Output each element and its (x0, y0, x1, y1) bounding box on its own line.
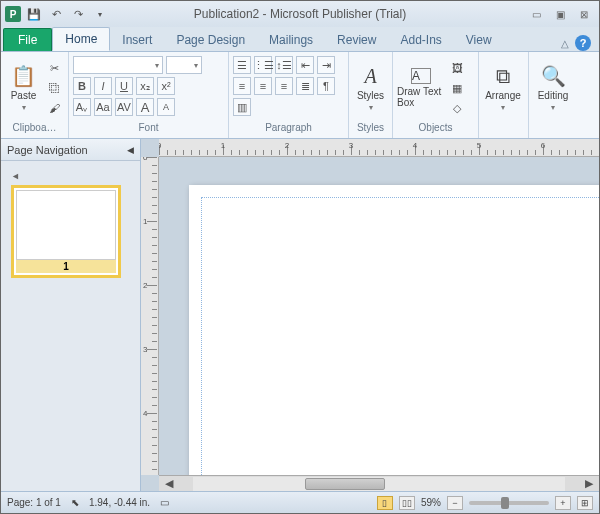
status-page-indicator[interactable]: Page: 1 of 1 (7, 497, 61, 508)
page-thumbnail[interactable]: 1 (11, 185, 121, 278)
align-center-button[interactable]: ≡ (254, 77, 272, 95)
styles-icon: A (364, 65, 376, 88)
app-window: P 💾 ↶ ↷ ▾ Publication2 - Microsoft Publi… (0, 0, 600, 514)
paste-icon: 📋 (11, 64, 36, 88)
minimize-button[interactable]: ▭ (527, 6, 545, 22)
horizontal-scrollbar[interactable]: ◀ ▶ (159, 475, 599, 491)
view-two-page-button[interactable]: ▯▯ (399, 496, 415, 510)
ribbon-min-icon[interactable]: △ (561, 38, 569, 49)
italic-button[interactable]: I (94, 77, 112, 95)
draw-textbox-button[interactable]: A Draw Text Box (397, 56, 445, 120)
justify-button[interactable]: ≣ (296, 77, 314, 95)
picture-button[interactable]: 🖼 (447, 59, 467, 77)
tab-add-ins[interactable]: Add-Ins (388, 29, 453, 51)
maximize-button[interactable]: ▣ (551, 6, 569, 22)
columns-button[interactable]: ▥ (233, 98, 251, 116)
app-icon: P (5, 6, 21, 22)
scroll-right-icon[interactable]: ▶ (579, 475, 599, 492)
view-single-page-button[interactable]: ▯ (377, 496, 393, 510)
qat-undo-button[interactable]: ↶ (47, 5, 65, 23)
page[interactable] (189, 185, 599, 475)
arrange-label: Arrange (485, 90, 521, 101)
ribbon: 📋 Paste ▾ ✂ ⿻ 🖌 Clipboa… ▾ ▾ B (1, 51, 599, 139)
zoom-level[interactable]: 59% (421, 497, 441, 508)
zoom-slider[interactable] (469, 501, 549, 505)
cut-button[interactable]: ✂ (44, 59, 64, 77)
subscript-button[interactable]: x₂ (136, 77, 154, 95)
group-label: Clipboa… (5, 122, 64, 136)
group-clipboard: 📋 Paste ▾ ✂ ⿻ 🖌 Clipboa… (1, 52, 69, 138)
zoom-slider-grip[interactable] (501, 497, 509, 509)
bold-button[interactable]: B (73, 77, 91, 95)
file-tab[interactable]: File (3, 28, 52, 51)
qat-save-icon[interactable]: 💾 (25, 5, 43, 23)
page-nav-pane: Page Navigation ◀ ◄ 1 (1, 139, 141, 491)
grow-font-button[interactable]: A (136, 98, 154, 116)
clear-format-button[interactable]: Aᵥ (73, 98, 91, 116)
paste-button[interactable]: 📋 Paste ▾ (5, 56, 42, 120)
align-right-button[interactable]: ≡ (275, 77, 293, 95)
dec-indent-button[interactable]: ⇤ (296, 56, 314, 74)
align-left-button[interactable]: ≡ (233, 77, 251, 95)
tab-insert[interactable]: Insert (110, 29, 164, 51)
scroll-left-icon[interactable]: ◀ (159, 475, 179, 492)
page-nav-collapse-icon[interactable]: ◀ (127, 145, 134, 155)
change-case-button[interactable]: Aa (94, 98, 112, 116)
zoom-out-button[interactable]: − (447, 496, 463, 510)
inc-indent-button[interactable]: ⇥ (317, 56, 335, 74)
char-spacing-button[interactable]: AV (115, 98, 133, 116)
font-family-combo[interactable]: ▾ (73, 56, 163, 74)
status-bar: Page: 1 of 1 ⬉ 1.94, -0.44 in. ▭ ▯ ▯▯ 59… (1, 491, 599, 513)
superscript-button[interactable]: x² (157, 77, 175, 95)
arrange-icon: ⧉ (496, 65, 510, 88)
draw-label: Draw Text Box (397, 86, 445, 108)
group-label: Objects (397, 122, 474, 136)
title-bar: P 💾 ↶ ↷ ▾ Publication2 - Microsoft Publi… (1, 1, 599, 27)
shrink-font-button[interactable]: A (157, 98, 175, 116)
pilcrow-button[interactable]: ¶ (317, 77, 335, 95)
copy-button[interactable]: ⿻ (44, 79, 64, 97)
page-margin-guide (201, 197, 599, 475)
tab-mailings[interactable]: Mailings (257, 29, 325, 51)
group-label: Font (73, 122, 224, 136)
horizontal-ruler[interactable]: 01234567 (159, 139, 599, 157)
underline-button[interactable]: U (115, 77, 133, 95)
canvas[interactable] (159, 157, 599, 475)
qat-redo-button[interactable]: ↷ (69, 5, 87, 23)
tab-view[interactable]: View (454, 29, 504, 51)
bullets-button[interactable]: ☰ (233, 56, 251, 74)
tab-home[interactable]: Home (52, 27, 110, 51)
close-button[interactable]: ⊠ (575, 6, 593, 22)
vertical-ruler[interactable]: 0123456 (141, 157, 159, 475)
numbering-button[interactable]: ⋮☰ (254, 56, 272, 74)
group-font: ▾ ▾ B I U x₂ x² Aᵥ Aa AV A A Fon (69, 52, 229, 138)
scroll-track[interactable] (193, 477, 565, 491)
thumbnail-page-number: 1 (16, 260, 116, 273)
zoom-whole-page-button[interactable]: ⊞ (577, 496, 593, 510)
pointer-icon: ⬉ (71, 497, 79, 508)
font-size-combo[interactable]: ▾ (166, 56, 202, 74)
tab-page-design[interactable]: Page Design (164, 29, 257, 51)
shapes-button[interactable]: ◇ (447, 99, 467, 117)
arrange-button[interactable]: ⧉ Arrange ▾ (483, 56, 523, 120)
format-painter-button[interactable]: 🖌 (44, 99, 64, 117)
nav-back-icon[interactable]: ◄ (11, 171, 130, 181)
help-icon[interactable]: ? (575, 35, 591, 51)
line-spacing-button[interactable]: ↕☰ (275, 56, 293, 74)
group-arrange: ⧉ Arrange ▾ (479, 52, 529, 138)
editing-button[interactable]: 🔍 Editing ▾ (533, 56, 573, 120)
status-coordinates: 1.94, -0.44 in. (89, 497, 150, 508)
textbox-icon: A (411, 68, 431, 84)
status-object-size: ▭ (160, 497, 169, 508)
scroll-thumb[interactable] (305, 478, 385, 490)
editing-label: Editing (538, 90, 569, 101)
ribbon-tabs: File Home Insert Page Design Mailings Re… (1, 27, 599, 51)
canvas-area: 01234567 0123456 ◀ ▶ (141, 139, 599, 491)
table-button[interactable]: ▦ (447, 79, 467, 97)
paste-label: Paste (11, 90, 37, 101)
styles-button[interactable]: A Styles ▾ (353, 56, 388, 120)
group-styles: A Styles ▾ Styles (349, 52, 393, 138)
tab-review[interactable]: Review (325, 29, 388, 51)
zoom-in-button[interactable]: + (555, 496, 571, 510)
qat-customize-icon[interactable]: ▾ (91, 5, 109, 23)
